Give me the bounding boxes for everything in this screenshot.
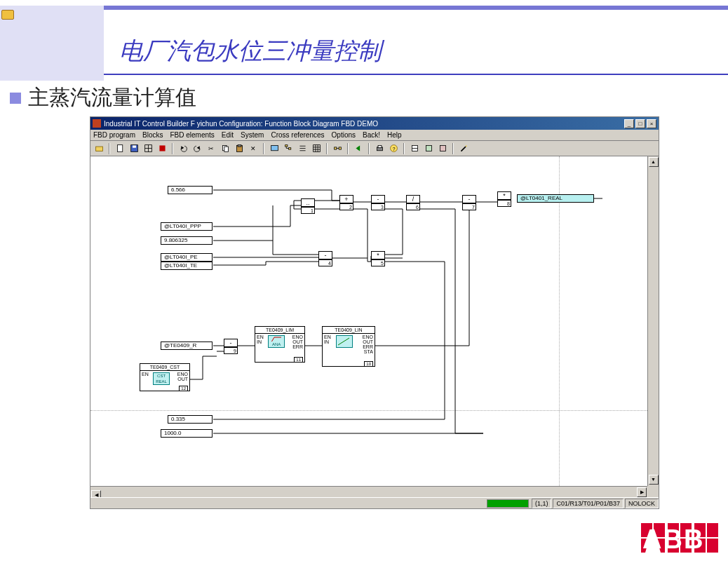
op-4[interactable]: -4	[318, 251, 332, 266]
scroll-up-icon[interactable]: ▲	[649, 157, 659, 167]
tool-print-icon[interactable]	[373, 142, 386, 155]
tool-new-icon[interactable]	[114, 142, 126, 155]
close-button[interactable]: ×	[647, 119, 656, 128]
scroll-left-icon[interactable]: ◀	[91, 490, 101, 497]
tool-folder-icon[interactable]	[93, 142, 105, 155]
tool-block3-icon[interactable]	[436, 142, 449, 155]
fblock-lin-num: 10	[364, 361, 373, 367]
minimize-button[interactable]: _	[624, 119, 634, 128]
op-1[interactable]: ..1	[301, 198, 315, 214]
svg-rect-37	[426, 145, 431, 151]
input-constant-9.8[interactable]: 9.806325	[161, 236, 213, 245]
menu-fbd-program[interactable]: FBD program	[93, 131, 135, 139]
input-pe[interactable]: @LT040I_PE	[161, 253, 213, 262]
menu-edit[interactable]: Edit	[222, 131, 234, 139]
scroll-right-icon[interactable]: ▶	[637, 487, 647, 497]
input-te[interactable]: @LT040I_TE	[161, 262, 213, 270]
fblock-lin[interactable]: TE0409_LIN ENIN ENOOUTERRSTA 10	[322, 326, 375, 367]
fblock-cst-title: TE0409_CST	[140, 364, 189, 371]
horizontal-scrollbar[interactable]: ◀ ▶	[90, 486, 647, 497]
maximize-button[interactable]: □	[635, 119, 645, 128]
tool-grid-icon[interactable]	[142, 142, 154, 155]
menu-cross-references[interactable]: Cross references	[271, 131, 324, 139]
tool-redo-icon[interactable]	[191, 142, 203, 155]
abb-logo: ABB	[641, 523, 718, 557]
svg-rect-53	[707, 523, 718, 537]
diagram-canvas[interactable]: 6.566 @LT040I_PPP 9.806325 @LT040I_PE @L…	[90, 156, 647, 486]
tool-wand-icon[interactable]	[457, 142, 470, 155]
app-window: Industrial IT Control Builder F yichun C…	[90, 116, 659, 509]
input-constant-6.566[interactable]: 6.566	[168, 186, 213, 194]
comment-icon	[1, 10, 14, 20]
menu-back[interactable]: Back!	[363, 131, 380, 139]
menu-system[interactable]: System	[241, 131, 264, 139]
toolbar: ✂ ✕ ?	[90, 141, 659, 156]
op-7[interactable]: -7	[462, 195, 476, 210]
toolbar-separator	[172, 143, 173, 154]
toolbar-separator	[109, 143, 110, 154]
tool-save-icon[interactable]	[128, 142, 140, 155]
tool-block2-icon[interactable]	[422, 142, 435, 155]
tool-undo-icon[interactable]	[177, 142, 189, 155]
scroll-down-icon[interactable]: ▼	[649, 475, 659, 485]
op-8[interactable]: *8	[497, 191, 511, 207]
toolbar-separator	[452, 143, 454, 154]
menu-bar: FBD program Blocks FBD elements Edit Sys…	[90, 130, 659, 141]
svg-rect-27	[334, 147, 336, 149]
svg-rect-11	[224, 147, 228, 151]
diagram-canvas-wrap: 6.566 @LT040I_PPP 9.806325 @LT040I_PE @L…	[90, 156, 659, 497]
svg-rect-15	[285, 145, 287, 147]
tool-list-icon[interactable]	[296, 142, 309, 155]
svg-rect-7	[159, 145, 165, 151]
tool-delete-icon[interactable]: ✕	[247, 142, 259, 155]
tool-paste-icon[interactable]	[233, 142, 245, 155]
title-bar[interactable]: Industrial IT Control Builder F yichun C…	[90, 117, 659, 130]
svg-rect-13	[238, 145, 241, 147]
op-9[interactable]: -9	[224, 339, 238, 354]
menu-fbd-elements[interactable]: FBD elements	[170, 131, 214, 139]
tool-tree-icon[interactable]	[282, 142, 295, 155]
toolbar-separator	[368, 143, 370, 154]
status-lock: NOLOCK	[625, 499, 659, 508]
menu-help[interactable]: Help	[387, 131, 402, 139]
output-real[interactable]: @LT0401_REAL	[517, 194, 594, 203]
input-constant-0.335[interactable]: 0.335	[168, 415, 213, 424]
svg-line-41	[338, 338, 349, 345]
lin-icon	[336, 335, 353, 348]
tool-block1-icon[interactable]	[408, 142, 421, 155]
tool-stop-icon[interactable]	[156, 142, 168, 155]
input-ppp[interactable]: @LT040I_PPP	[161, 222, 213, 231]
tool-screen-icon[interactable]	[268, 142, 281, 155]
op-6[interactable]: /6	[406, 195, 420, 210]
vertical-scrollbar[interactable]: ▲ ▼	[647, 156, 659, 486]
status-bar: (1,1) C01/R13/T01/P01/B37 NOLOCK	[90, 497, 659, 508]
svg-marker-30	[356, 145, 360, 151]
svg-rect-55	[707, 539, 718, 553]
input-constant-1000[interactable]: 1000.0	[161, 429, 213, 438]
tool-cut-icon[interactable]: ✂	[205, 142, 217, 155]
tool-back-icon[interactable]	[352, 142, 365, 155]
subtitle-text: 主蒸汽流量计算值	[28, 83, 196, 112]
subtitle-row: 主蒸汽流量计算值	[10, 83, 728, 112]
status-path: C01/R13/T01/P01/B37	[553, 499, 623, 508]
input-te0409-r[interactable]: @TE0409_R	[161, 342, 213, 350]
scroll-corner	[647, 486, 659, 497]
svg-rect-3	[133, 145, 136, 147]
svg-rect-28	[339, 147, 341, 149]
op-3[interactable]: -3	[371, 195, 385, 210]
tool-connect-icon[interactable]	[331, 142, 344, 155]
svg-rect-0	[95, 147, 102, 151]
op-5[interactable]: *5	[371, 251, 385, 266]
tool-copy-icon[interactable]	[219, 142, 231, 155]
tool-table-icon[interactable]	[310, 142, 323, 155]
menu-blocks[interactable]: Blocks	[142, 131, 163, 139]
toolbar-separator	[263, 143, 264, 154]
svg-marker-9	[196, 146, 199, 149]
tool-help-icon[interactable]: ?	[387, 142, 400, 155]
op-2[interactable]: +2	[339, 195, 353, 210]
svg-text:?: ?	[392, 146, 395, 152]
fblock-lim[interactable]: TE0409_LIM ENIN ANA ENOOUTERR 11	[255, 326, 305, 363]
menu-options[interactable]: Options	[332, 131, 356, 139]
header-accent-bar	[0, 6, 728, 10]
fblock-cst[interactable]: TE0409_CST EN CST REAL ENOOUT 12	[140, 363, 190, 391]
